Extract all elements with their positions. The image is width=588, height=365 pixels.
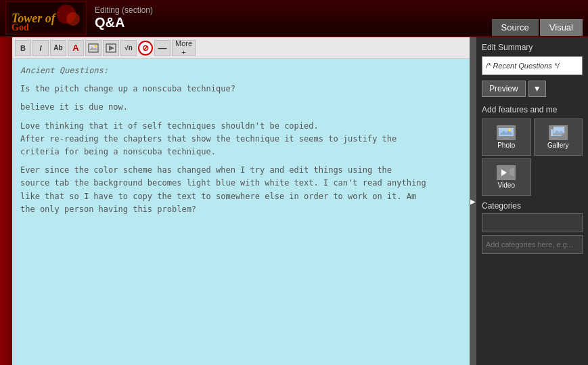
preview-row: Preview ▼ (482, 81, 583, 97)
svg-marker-21 (510, 167, 514, 177)
image-button[interactable] (85, 40, 101, 56)
svg-text:God: God (12, 22, 29, 32)
main-layout: B I Ab A √n ⊘ — More + Ancient Questions… (0, 37, 588, 365)
add-features-title: Add features and me (482, 105, 583, 114)
ab-button[interactable]: Ab (50, 40, 66, 56)
svg-point-8 (95, 45, 97, 47)
content-line-3: believe it is due now. (20, 101, 461, 114)
media-grid: Photo Gallery (482, 119, 583, 196)
preview-button[interactable]: Preview (482, 81, 526, 97)
site-logo: Tower of God (5, 1, 87, 35)
gallery-button[interactable]: Gallery (534, 119, 583, 156)
editor-content[interactable]: Ancient Questions: Is the pitch change u… (12, 59, 470, 365)
edit-summary-title: Edit Summary (482, 43, 583, 52)
font-button[interactable]: A (68, 40, 84, 56)
more-button[interactable]: More + (172, 40, 196, 56)
gallery-label: Gallery (547, 142, 569, 149)
editing-info: Editing (section) Q&A (95, 5, 153, 30)
svg-point-4 (66, 12, 80, 26)
edit-summary-input[interactable] (482, 56, 583, 75)
video-button[interactable]: Video (482, 158, 531, 196)
media-button[interactable] (103, 40, 119, 56)
collapse-arrow: ▶ (470, 198, 476, 205)
video-label: Video (498, 181, 515, 189)
page-title: Q&A (95, 15, 153, 30)
video-icon (497, 165, 516, 180)
left-sidebar (0, 37, 12, 365)
more-label: More (175, 39, 192, 47)
photo-icon (497, 125, 516, 140)
bold-button[interactable]: B (15, 40, 31, 56)
svg-marker-10 (109, 45, 114, 51)
categories-title: Categories (482, 201, 583, 211)
more-plus: + (181, 48, 185, 56)
dash-button[interactable]: — (154, 40, 171, 56)
svg-point-14 (508, 129, 511, 131)
content-line-1: Ancient Questions: (20, 64, 461, 77)
editor-area: B I Ab A √n ⊘ — More + Ancient Questions… (12, 37, 470, 365)
content-line-2: Is the pitch change up a nonscuba techni… (20, 83, 461, 95)
svg-rect-12 (499, 128, 514, 136)
special-button[interactable]: ⊘ (138, 41, 153, 56)
math-button[interactable]: √n (120, 40, 137, 56)
source-tab[interactable]: Source (492, 19, 539, 36)
header-tabs: Source Visual (492, 19, 583, 36)
editing-section-label: Editing (section) (95, 5, 153, 15)
right-panel: Edit Summary Preview ▼ Add features and … (476, 37, 588, 365)
visual-tab[interactable]: Visual (540, 19, 583, 36)
toolbar: B I Ab A √n ⊘ — More + (12, 37, 470, 59)
content-line-5: Ever since the color scheme has changed … (20, 164, 461, 216)
photo-label: Photo (497, 142, 515, 149)
gallery-icon (549, 125, 568, 140)
header: Tower of God Editing (section) Q&A Sourc… (0, 0, 588, 37)
photo-button[interactable]: Photo (482, 119, 531, 156)
italic-button[interactable]: I (32, 40, 49, 56)
categories-input[interactable] (482, 235, 583, 254)
content-line-4: Love thinking that it of self techniques… (20, 120, 461, 159)
preview-dropdown-button[interactable]: ▼ (528, 81, 546, 97)
collapse-handle[interactable]: ▶ (470, 37, 476, 365)
categories-box (482, 213, 583, 232)
logo-text: Tower of God (9, 2, 83, 35)
